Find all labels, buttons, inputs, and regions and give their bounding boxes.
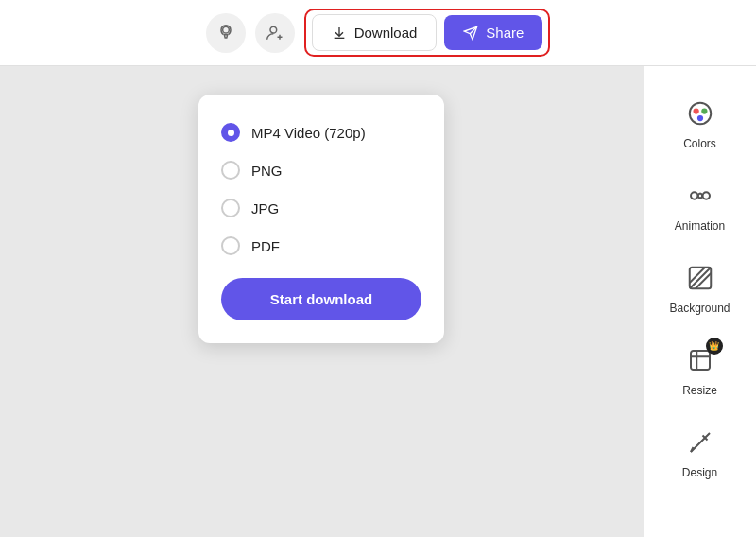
sidebar-item-animation[interactable]: Animation [644, 167, 756, 242]
svg-rect-12 [691, 351, 710, 370]
sidebar-item-resize[interactable]: 👑 Resize [644, 332, 756, 407]
svg-point-4 [701, 108, 707, 113]
download-button[interactable]: Download [312, 14, 438, 51]
resize-label: Resize [682, 384, 717, 397]
design-label: Design [682, 466, 717, 479]
radio-pdf [221, 236, 240, 255]
design-icon [681, 424, 719, 461]
canvas-area: MP4 Video (720p) PNG JPG PDF Start downl… [0, 66, 643, 537]
radio-mp4 [221, 123, 240, 142]
svg-point-5 [696, 115, 702, 121]
right-sidebar: Colors Animation [643, 66, 756, 537]
sidebar-item-background[interactable]: Background [644, 250, 756, 324]
background-icon [681, 259, 719, 297]
option-jpg-label: JPG [251, 200, 279, 217]
download-share-group: Download Share [304, 9, 551, 57]
start-download-label: Start download [270, 291, 372, 307]
colors-icon [681, 95, 719, 132]
download-label: Download [354, 25, 418, 41]
svg-point-3 [693, 108, 698, 113]
radio-jpg [221, 199, 240, 217]
svg-point-7 [702, 192, 710, 199]
svg-line-9 [689, 268, 711, 289]
option-png[interactable]: PNG [221, 151, 421, 189]
svg-point-6 [691, 192, 698, 199]
colors-label: Colors [683, 137, 716, 150]
svg-point-0 [222, 26, 229, 33]
download-dropdown: MP4 Video (720p) PNG JPG PDF Start downl… [198, 95, 444, 343]
main-content: MP4 Video (720p) PNG JPG PDF Start downl… [0, 66, 756, 537]
option-mp4-label: MP4 Video (720p) [251, 125, 366, 141]
crown-badge: 👑 [706, 338, 723, 355]
sidebar-item-design[interactable]: Design [644, 414, 756, 489]
sidebar-item-colors[interactable]: Colors [644, 85, 756, 160]
option-png-label: PNG [251, 163, 283, 179]
option-pdf[interactable]: PDF [221, 227, 421, 265]
animation-icon [681, 177, 719, 215]
start-download-button[interactable]: Start download [221, 278, 421, 320]
bulb-button[interactable] [206, 13, 246, 53]
option-jpg[interactable]: JPG [221, 189, 421, 227]
resize-icon: 👑 [681, 341, 719, 379]
radio-png [221, 161, 240, 180]
animation-label: Animation [675, 219, 725, 233]
top-bar: Download Share [0, 0, 756, 66]
share-button[interactable]: Share [444, 15, 542, 50]
option-pdf-label: PDF [251, 238, 280, 254]
svg-point-1 [270, 26, 277, 33]
share-label: Share [486, 25, 524, 41]
background-label: Background [669, 302, 730, 315]
user-add-button[interactable] [255, 13, 295, 53]
option-mp4[interactable]: MP4 Video (720p) [221, 113, 421, 151]
